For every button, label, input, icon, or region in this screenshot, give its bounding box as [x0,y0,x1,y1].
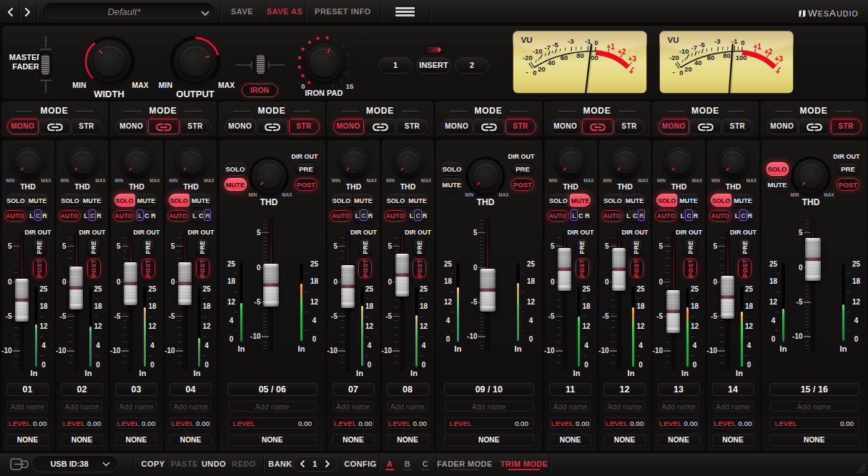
svg-text:-3: -3 [568,37,573,45]
svg-text:0: 0 [533,69,536,76]
svg-text:-5: -5 [552,41,558,49]
svg-text:-10: -10 [679,47,689,55]
svg-text:+: + [776,68,780,76]
svg-text:80: 80 [723,51,731,59]
svg-text:80: 80 [576,51,584,59]
svg-text:+3: +3 [628,55,637,63]
svg-text:20: 20 [684,65,692,73]
svg-text:-10: -10 [533,47,543,55]
svg-text:-: - [526,68,528,76]
svg-text:40: 40 [694,59,702,66]
svg-text:VU: VU [521,36,533,44]
svg-text:-3: -3 [714,37,720,45]
svg-text:60: 60 [707,54,715,61]
svg-text:-7: -7 [545,44,551,51]
svg-text:VU: VU [668,36,679,44]
svg-text:-1: -1 [731,37,738,45]
svg-text:-5: -5 [699,41,705,49]
svg-text:-20: -20 [523,54,533,61]
svg-text:-20: -20 [669,54,679,61]
svg-text:-1: -1 [585,37,591,45]
svg-text:-7: -7 [691,44,697,51]
svg-text:+2: +2 [764,48,773,56]
svg-text:40: 40 [548,59,556,66]
svg-text:0: 0 [679,69,683,76]
svg-text:100: 100 [736,54,747,61]
svg-text:+2: +2 [618,48,626,56]
svg-text:+3: +3 [775,55,784,63]
svg-text:60: 60 [561,54,568,61]
svg-text:0: 0 [594,39,598,46]
svg-text:0: 0 [741,39,744,46]
svg-text:20: 20 [538,65,546,73]
svg-text:-: - [673,68,675,76]
svg-text:+: + [629,68,633,76]
svg-text:+1: +1 [753,43,761,51]
svg-text:+1: +1 [606,43,615,51]
